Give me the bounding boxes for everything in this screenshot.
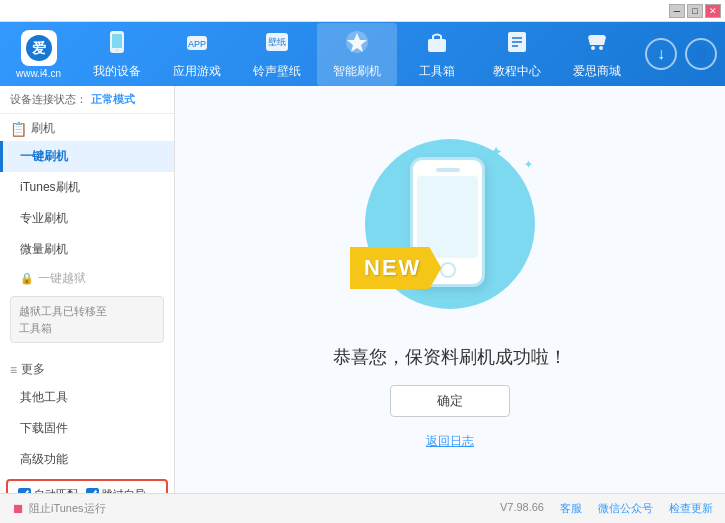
check-update-link[interactable]: 检查更新 bbox=[669, 501, 713, 516]
auto-match-label: 自动匹配 bbox=[34, 487, 78, 493]
sidebar-item-itunes[interactable]: iTunes刷机 bbox=[0, 172, 174, 203]
sidebar-item-other-tools[interactable]: 其他工具 bbox=[0, 382, 174, 413]
ringtones-icon: 壁纸 bbox=[264, 29, 290, 61]
header: 爱 www.i4.cn 我的设备 APP 应用游戏 bbox=[0, 22, 725, 86]
new-ribbon: NEW bbox=[350, 247, 441, 289]
flash-section-header: 📋 刷机 bbox=[0, 114, 174, 141]
logo-icon: 爱 bbox=[21, 30, 57, 66]
sparkle-2: ✦ bbox=[524, 159, 532, 170]
svg-point-16 bbox=[599, 46, 603, 50]
sidebar-item-advanced[interactable]: 高级功能 bbox=[0, 444, 174, 475]
sidebar-item-pro-flash[interactable]: 专业刷机 bbox=[0, 203, 174, 234]
nav-apps-games[interactable]: APP 应用游戏 bbox=[157, 23, 237, 86]
close-button[interactable]: ✕ bbox=[705, 4, 721, 18]
sidebar-item-firmware[interactable]: 下载固件 bbox=[0, 413, 174, 444]
sparkle-1: ✦ bbox=[490, 144, 502, 160]
version-label: V7.98.66 bbox=[500, 501, 544, 516]
nav-shop-label: 爱思商城 bbox=[573, 63, 621, 80]
toolbox-icon bbox=[424, 29, 450, 61]
apps-games-icon: APP bbox=[184, 29, 210, 61]
svg-rect-10 bbox=[428, 39, 446, 52]
sidebar: 设备连接状态： 正常模式 📋 刷机 一键刷机 iTunes刷机 专业刷机 微量刷… bbox=[0, 86, 175, 493]
footer: ⏹ 阻止iTunes运行 V7.98.66 客服 微信公众号 检查更新 bbox=[0, 493, 725, 523]
wechat-link[interactable]: 微信公众号 bbox=[598, 501, 653, 516]
more-section-header: ≡ 更多 bbox=[0, 355, 174, 382]
svg-text:爱: 爱 bbox=[32, 40, 46, 56]
svg-point-4 bbox=[116, 48, 119, 51]
logo-url: www.i4.cn bbox=[16, 68, 61, 79]
download-button[interactable]: ↓ bbox=[645, 38, 677, 70]
main-layout: 设备连接状态： 正常模式 📋 刷机 一键刷机 iTunes刷机 专业刷机 微量刷… bbox=[0, 86, 725, 493]
device-status-value: 正常模式 bbox=[91, 92, 135, 107]
more-icon: ≡ bbox=[10, 363, 17, 377]
skip-wizard-checkbox[interactable]: 跳过向导 bbox=[86, 487, 146, 493]
nav-smart-flash[interactable]: 智能刷机 bbox=[317, 23, 397, 86]
nav-smart-flash-label: 智能刷机 bbox=[333, 63, 381, 80]
locked-label: 一键越狱 bbox=[38, 270, 86, 287]
svg-text:壁纸: 壁纸 bbox=[268, 37, 286, 47]
phone-screen bbox=[417, 176, 478, 258]
svg-point-15 bbox=[591, 46, 595, 50]
success-illustration: ✦ ✦ ✦ NEW 恭喜您，保资料刷机成功啦！ 确定 返回日志 bbox=[333, 129, 567, 450]
auto-match-checkbox[interactable]: 自动匹配 bbox=[18, 487, 78, 493]
minimize-button[interactable]: ─ bbox=[669, 4, 685, 18]
nav-tutorial-label: 教程中心 bbox=[493, 63, 541, 80]
logo[interactable]: 爱 www.i4.cn bbox=[8, 30, 69, 79]
sidebar-locked-jailbreak: 🔒 一键越狱 bbox=[0, 265, 174, 292]
maximize-button[interactable]: □ bbox=[687, 4, 703, 18]
footer-left: ⏹ 阻止iTunes运行 bbox=[12, 501, 106, 516]
header-right-controls: ↓ 👤 bbox=[645, 38, 717, 70]
sidebar-checkboxes: 自动匹配 跳过向导 bbox=[6, 479, 168, 493]
nav-my-device-label: 我的设备 bbox=[93, 63, 141, 80]
device-status: 设备连接状态： 正常模式 bbox=[0, 86, 174, 114]
firmware-label: 下载固件 bbox=[20, 421, 68, 435]
svg-rect-3 bbox=[112, 34, 122, 48]
content-area: ✦ ✦ ✦ NEW 恭喜您，保资料刷机成功啦！ 确定 返回日志 bbox=[175, 86, 725, 493]
itunes-label: iTunes刷机 bbox=[20, 180, 80, 194]
nav-tutorial[interactable]: 教程中心 bbox=[477, 23, 557, 86]
pro-flash-label: 专业刷机 bbox=[20, 211, 68, 225]
stop-icon: ⏹ bbox=[12, 501, 25, 516]
nav-ringtones[interactable]: 壁纸 铃声壁纸 bbox=[237, 23, 317, 86]
confirm-button[interactable]: 确定 bbox=[390, 385, 510, 417]
flash-section-icon: 📋 bbox=[10, 121, 27, 137]
device-status-label: 设备连接状态： bbox=[10, 92, 87, 107]
title-bar: ─ □ ✕ bbox=[0, 0, 725, 22]
more-label: 更多 bbox=[21, 361, 45, 378]
advanced-label: 高级功能 bbox=[20, 452, 68, 466]
nav-my-device[interactable]: 我的设备 bbox=[77, 23, 157, 86]
tutorial-icon bbox=[504, 29, 530, 61]
sidebar-notice: 越狱工具已转移至工具箱 bbox=[10, 296, 164, 343]
other-tools-label: 其他工具 bbox=[20, 390, 68, 404]
auto-match-input[interactable] bbox=[18, 488, 31, 493]
nav-toolbox[interactable]: 工具箱 bbox=[397, 23, 477, 86]
nav-toolbox-label: 工具箱 bbox=[419, 63, 455, 80]
notice-text: 越狱工具已转移至工具箱 bbox=[19, 305, 107, 334]
one-click-label: 一键刷机 bbox=[20, 149, 68, 163]
itunes-stop-label: 阻止iTunes运行 bbox=[29, 501, 106, 516]
shop-icon bbox=[584, 29, 610, 61]
lock-icon: 🔒 bbox=[20, 272, 34, 285]
customer-service-link[interactable]: 客服 bbox=[560, 501, 582, 516]
sidebar-item-save-flash[interactable]: 微量刷机 bbox=[0, 234, 174, 265]
phone-home-btn bbox=[440, 262, 456, 278]
nav-ringtones-label: 铃声壁纸 bbox=[253, 63, 301, 80]
svg-text:APP: APP bbox=[188, 39, 206, 49]
save-flash-label: 微量刷机 bbox=[20, 242, 68, 256]
skip-wizard-label: 跳过向导 bbox=[102, 487, 146, 493]
sidebar-item-one-click[interactable]: 一键刷机 bbox=[0, 141, 174, 172]
nav-apps-label: 应用游戏 bbox=[173, 63, 221, 80]
sparkle-3: ✦ bbox=[420, 141, 428, 152]
success-message: 恭喜您，保资料刷机成功啦！ bbox=[333, 345, 567, 369]
nav-bar: 我的设备 APP 应用游戏 壁纸 铃声壁纸 bbox=[77, 23, 637, 86]
nav-shop[interactable]: 爱思商城 bbox=[557, 23, 637, 86]
my-device-icon bbox=[104, 29, 130, 61]
skip-wizard-input[interactable] bbox=[86, 488, 99, 493]
phone-illustration: ✦ ✦ ✦ NEW bbox=[360, 129, 540, 329]
smart-flash-icon bbox=[344, 29, 370, 61]
footer-right: V7.98.66 客服 微信公众号 检查更新 bbox=[500, 501, 713, 516]
user-button[interactable]: 👤 bbox=[685, 38, 717, 70]
phone-speaker bbox=[436, 168, 460, 172]
back-to-log-link[interactable]: 返回日志 bbox=[426, 433, 474, 450]
itunes-stop-control[interactable]: ⏹ 阻止iTunes运行 bbox=[12, 501, 106, 516]
